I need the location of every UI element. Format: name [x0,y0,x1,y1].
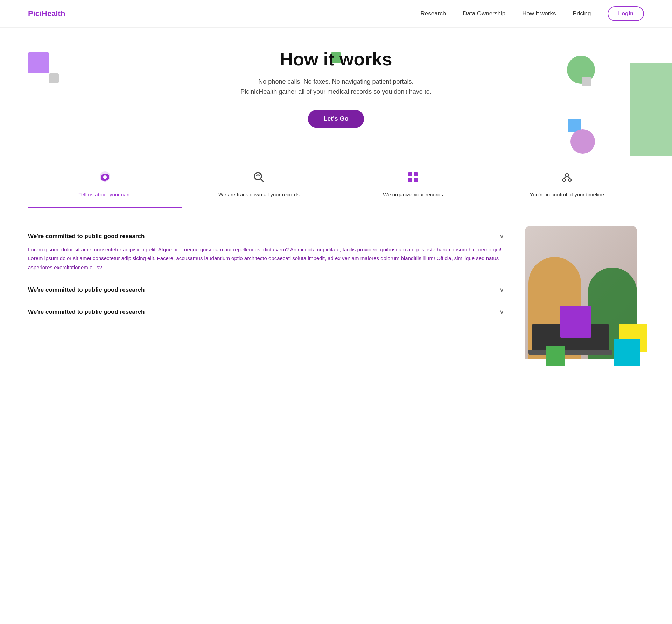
login-button[interactable]: Login [608,6,644,21]
svg-line-4 [260,179,264,182]
overlay-purple-square [560,306,592,338]
accordion-item-2: We're committed to public good research … [28,279,504,301]
svg-rect-9 [414,178,418,182]
nav-item-pricing[interactable]: Pricing [573,10,591,17]
accordion-header-1[interactable]: We're committed to public good research … [28,233,504,240]
tab-icon-organize [340,170,486,187]
accordion-body-1: Lorem ipsum, dolor sit amet consectetur … [28,245,504,272]
tabs-section: $ Tell us about your care We are track d… [0,163,672,208]
overlay-cyan-square [614,339,640,366]
tab-icon-tell-us: $ [31,170,178,187]
svg-rect-6 [408,172,412,176]
accordion-header-2[interactable]: We're committed to public good research … [28,286,504,294]
chevron-down-icon-3[interactable]: ∨ [499,308,504,316]
tab-track-down[interactable]: We are track down all your records [182,163,336,208]
nav-item-research[interactable]: Research [420,10,446,17]
tab-icon-control [493,170,640,187]
tab-icon-track-down [186,170,332,187]
hero-title: How it works [28,49,644,70]
nav-links: Research Data Ownership How it works Pri… [420,10,591,17]
laptop-base [528,350,612,355]
nav-item-data-ownership[interactable]: Data Ownership [463,10,505,17]
svg-point-12 [566,174,568,176]
tab-label-organize: We organize your records [340,191,486,198]
logo[interactable]: PiciHealth [28,9,65,18]
deco-pink-circle [570,129,595,154]
navbar: PiciHealth Research Data Ownership How i… [0,0,672,28]
hero-subtitle-line2: PicinicHealth gather all of your medical… [28,87,644,97]
chevron-down-icon-2[interactable]: ∨ [499,286,504,294]
svg-text:$: $ [104,175,106,179]
tab-label-track-down: We are track down all your records [186,191,332,198]
svg-point-11 [568,179,571,181]
hero-subtitle-line1: No phone calls. No faxes. No navigating … [28,77,644,87]
accordion-title-1: We're committed to public good research [28,233,145,240]
chevron-down-icon-1[interactable]: ∨ [499,233,504,240]
accordion-header-3[interactable]: We're committed to public good research … [28,308,504,316]
svg-rect-8 [408,178,412,182]
tab-label-control: You're in control of your timeline [493,191,640,198]
accordion-title-3: We're committed to public good research [28,308,145,316]
content-section: We're committed to public good research … [0,208,672,387]
photo-collage [525,226,644,359]
svg-point-5 [257,174,259,176]
svg-point-10 [563,179,566,181]
svg-rect-7 [414,172,418,176]
accordion-title-2: We're committed to public good research [28,286,145,293]
hero-cta-button[interactable]: Let's Go [308,110,364,128]
tab-tell-us[interactable]: $ Tell us about your care [28,163,182,208]
tab-control[interactable]: You're in control of your timeline [490,163,644,208]
accordion-item-1: We're committed to public good research … [28,226,504,279]
tab-organize[interactable]: We organize your records [336,163,490,208]
nav-item-how-it-works[interactable]: How it works [522,10,556,17]
accordion-item-3: We're committed to public good research … [28,301,504,323]
accordion: We're committed to public good research … [28,226,504,324]
overlay-green-square [546,346,565,366]
hero-section: How it works No phone calls. No faxes. N… [0,28,672,156]
tab-label-tell-us: Tell us about your care [31,191,178,198]
